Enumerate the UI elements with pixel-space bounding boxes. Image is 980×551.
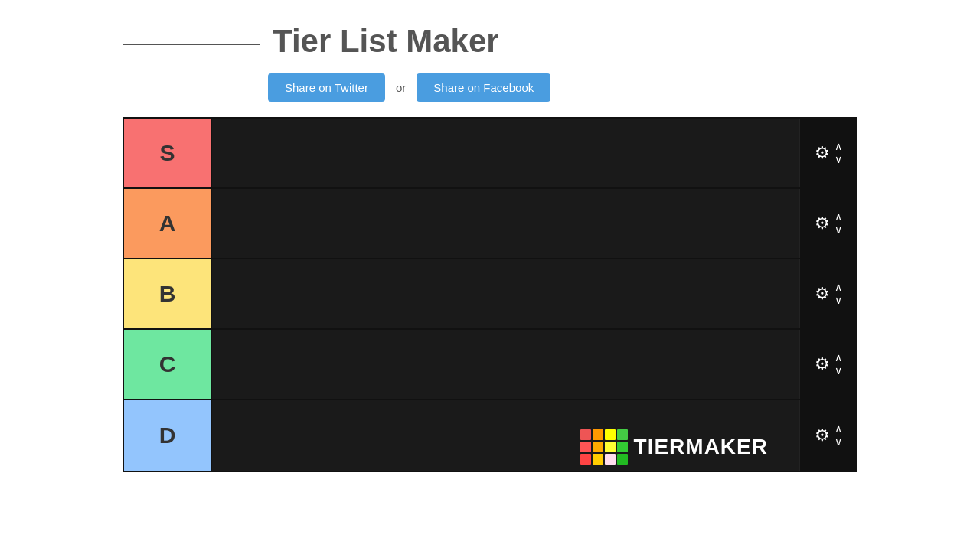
share-twitter-button[interactable]: Share on Twitter [268,73,385,102]
tier-label-b: B [124,259,212,328]
chevron-up-icon[interactable]: ∧ [835,281,842,294]
chevron-up-icon[interactable]: ∧ [835,210,842,223]
tier-content-d[interactable]: TiERMAKER [212,400,799,471]
tier-controls-b: ⚙∧∨ [799,259,856,328]
tier-content-c[interactable] [212,330,799,399]
tier-row-b: B⚙∧∨ [124,259,856,330]
tier-label-s: S [124,119,212,187]
chevron-down-icon[interactable]: ∨ [835,153,842,166]
share-row: Share on Twitter or Share on Facebook [122,73,980,102]
chevron-up-icon[interactable]: ∧ [835,351,842,364]
tier-label-a: A [124,189,212,258]
tier-content-a[interactable] [212,189,799,258]
chevron-down-icon[interactable]: ∨ [835,223,842,236]
tier-label-d: D [124,400,212,471]
chevron-up-icon[interactable]: ∧ [835,140,842,153]
chevron-up-icon[interactable]: ∧ [835,422,842,435]
gear-icon[interactable]: ⚙ [815,143,830,163]
tier-row-d: DTiERMAKER⚙∧∨ [124,400,856,471]
tier-content-s[interactable] [212,119,799,187]
title-underline [122,44,260,45]
gear-icon[interactable]: ⚙ [815,354,830,374]
tier-list: S⚙∧∨A⚙∧∨B⚙∧∨C⚙∧∨DTiERMAKER⚙∧∨ [122,117,858,472]
chevron-down-icon[interactable]: ∨ [835,435,842,448]
page-title: Tier List Maker [273,23,499,60]
gear-icon[interactable]: ⚙ [815,425,830,445]
tier-controls-c: ⚙∧∨ [799,330,856,399]
tier-label-c: C [124,330,212,399]
logo-text: TiERMAKER [634,435,768,459]
share-facebook-button[interactable]: Share on Facebook [416,73,550,102]
title-row: Tier List Maker [122,23,980,60]
tier-controls-s: ⚙∧∨ [799,119,856,187]
tier-row-a: A⚙∧∨ [124,189,856,259]
tiermaker-logo: TiERMAKER [580,429,768,465]
tier-controls-a: ⚙∧∨ [799,189,856,258]
tier-row-c: C⚙∧∨ [124,330,856,400]
chevron-down-icon[interactable]: ∨ [835,364,842,377]
logo-grid [580,429,628,465]
tier-content-b[interactable] [212,259,799,328]
tier-row-s: S⚙∧∨ [124,119,856,189]
tier-controls-d: ⚙∧∨ [799,400,856,471]
gear-icon[interactable]: ⚙ [815,284,830,304]
or-text: or [396,81,406,94]
gear-icon[interactable]: ⚙ [815,214,830,233]
chevron-down-icon[interactable]: ∨ [835,294,842,307]
